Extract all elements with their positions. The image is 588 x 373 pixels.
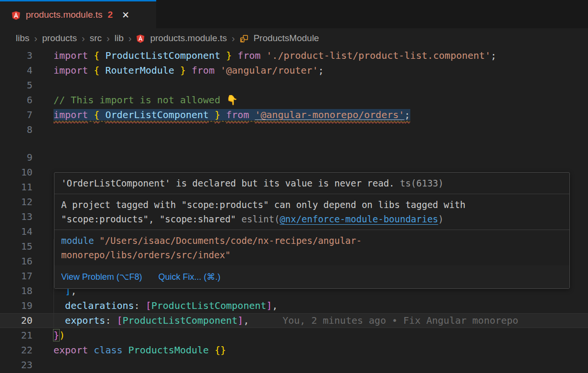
- code-token: [88, 50, 94, 61]
- code-token: [209, 109, 214, 121]
- view-problem-button[interactable]: View Problem (⌥F8): [61, 270, 142, 284]
- close-icon[interactable]: ✕: [122, 10, 129, 21]
- line-number[interactable]: 20: [0, 313, 32, 328]
- code-token: ]: [237, 315, 243, 326]
- selected-error-line-highlight: import { OrderListComponent } from '@ang…: [53, 109, 410, 121]
- code-token: from: [192, 65, 214, 76]
- line-number[interactable]: 19: [0, 298, 32, 313]
- tab-problem-badge: 2: [108, 10, 113, 20]
- code-token: [220, 50, 226, 61]
- code-token: {: [94, 50, 99, 61]
- code-line[interactable]: 23: [0, 358, 588, 373]
- code-line[interactable]: 8: [0, 122, 588, 137]
- code-token: ,: [243, 315, 249, 326]
- code-line[interactable]: 7import { OrderListComponent } from '@an…: [0, 108, 588, 122]
- code-line-content: [32, 358, 588, 373]
- line-number[interactable]: 4: [0, 63, 32, 78]
- tab-bar: products.module.ts 2 ✕: [0, 0, 588, 28]
- code-token: :: [105, 315, 117, 326]
- line-number[interactable]: 18: [0, 284, 32, 298]
- code-line-content: import { OrderListComponent } from '@ang…: [32, 108, 588, 122]
- tab-products-module[interactable]: products.module.ts 2 ✕: [0, 0, 156, 28]
- chevron-right-icon: ›: [34, 33, 38, 44]
- chevron-right-icon: ›: [81, 33, 86, 44]
- line-number[interactable]: 13: [0, 209, 32, 224]
- code-line[interactable]: 20 exports: [ProductListComponent],You, …: [0, 313, 588, 328]
- line-number[interactable]: 16: [0, 254, 32, 269]
- code-token: [53, 315, 65, 326]
- code-token: }: [226, 50, 232, 61]
- breadcrumb-item-file[interactable]: products.module.ts: [150, 33, 227, 44]
- code-line-content: [32, 150, 588, 165]
- code-token: [88, 65, 94, 76]
- breadcrumb-item-libs[interactable]: libs: [16, 33, 30, 44]
- diagnostic-ts-message: 'OrderListComponent' is declared but its…: [54, 173, 569, 194]
- breadcrumb-item-symbol[interactable]: ProductsModule: [254, 33, 319, 44]
- diagnostic-source: ts(6133): [400, 178, 444, 188]
- code-token: {: [94, 65, 99, 76]
- code-token: [99, 65, 105, 76]
- code-token: [99, 109, 105, 121]
- code-line-content: declarations: [ProductListComponent],: [32, 298, 588, 313]
- line-number[interactable]: 8: [0, 122, 32, 137]
- code-line[interactable]: 5: [0, 78, 588, 93]
- code-token: }: [53, 329, 59, 341]
- code-token: {: [94, 109, 99, 121]
- code-line[interactable]: 9: [0, 150, 588, 165]
- code-line[interactable]: 21}): [0, 328, 588, 343]
- code-token: [232, 50, 237, 61]
- chevron-right-icon: ›: [231, 33, 235, 44]
- code-token: [53, 300, 65, 311]
- diagnostic-eslint-message: A project tagged with "scope:products" c…: [54, 194, 569, 230]
- line-number[interactable]: 15: [0, 239, 32, 254]
- code-token: ProductListComponent: [151, 300, 267, 311]
- line-number[interactable]: 3: [0, 48, 32, 63]
- chevron-right-icon: ›: [106, 33, 110, 44]
- line-number[interactable]: 23: [0, 358, 32, 373]
- code-token: }: [180, 65, 186, 76]
- module-keyword: module: [61, 235, 94, 246]
- code-line[interactable]: 19 declarations: [ProductListComponent],: [0, 298, 588, 313]
- code-token: ]: [267, 300, 272, 311]
- git-blame-annotation: You, 2 minutes ago • Fix Angular monorep…: [282, 315, 518, 326]
- line-number[interactable]: 21: [0, 328, 32, 343]
- indent-guide: [53, 298, 54, 313]
- code-token: '@angular/router': [220, 65, 318, 76]
- line-number[interactable]: 5: [0, 78, 32, 93]
- line-number[interactable]: 10: [0, 165, 32, 180]
- hover-diagnostics-popup: 'OrderListComponent' is declared but its…: [54, 172, 570, 289]
- module-path-line2: monorepo/libs/orders/src/index": [61, 248, 563, 262]
- code-token: import: [53, 109, 88, 121]
- diagnostic-source-suffix: ): [438, 214, 443, 224]
- breadcrumb-item-products[interactable]: products: [42, 33, 77, 44]
- code-line[interactable]: 3import { ProductListComponent } from '.…: [0, 48, 588, 63]
- code-token: './product-list/product-list.component': [267, 50, 491, 61]
- line-number[interactable]: 9: [0, 150, 32, 165]
- line-number[interactable]: 7: [0, 108, 32, 122]
- code-token: ,: [272, 300, 278, 311]
- code-token: [186, 65, 192, 76]
- breadcrumb-item-src[interactable]: src: [90, 33, 102, 44]
- line-number[interactable]: 11: [0, 180, 32, 195]
- line-number[interactable]: 17: [0, 269, 32, 284]
- code-token: [88, 109, 94, 121]
- editor: 3import { ProductListComponent } from '.…: [0, 48, 588, 373]
- code-token: }: [214, 109, 220, 121]
- breadcrumb-item-lib[interactable]: lib: [115, 33, 124, 44]
- line-number[interactable]: 12: [0, 195, 32, 209]
- quick-fix-button[interactable]: Quick Fix... (⌘.): [158, 270, 220, 284]
- code-line[interactable]: 4import { RouterModule } from '@angular/…: [0, 63, 588, 78]
- code-token: [: [117, 315, 122, 326]
- hidden-lines-gap: [0, 137, 588, 150]
- code-token: ;: [491, 50, 496, 61]
- eslint-rule-link[interactable]: @nx/enforce-module-boundaries: [280, 214, 438, 224]
- code-token: [249, 109, 255, 121]
- line-number[interactable]: 14: [0, 224, 32, 239]
- diagnostic-text-line2: "scope:products", "scope:shared": [61, 214, 242, 224]
- code-line[interactable]: 22export class ProductsModule {}: [0, 343, 588, 358]
- class-symbol-icon: [240, 34, 248, 43]
- code-token: exports: [65, 315, 105, 326]
- line-number[interactable]: 22: [0, 343, 32, 358]
- line-number[interactable]: 6: [0, 93, 32, 108]
- code-line[interactable]: 6// This import is not allowed 👇: [0, 93, 588, 108]
